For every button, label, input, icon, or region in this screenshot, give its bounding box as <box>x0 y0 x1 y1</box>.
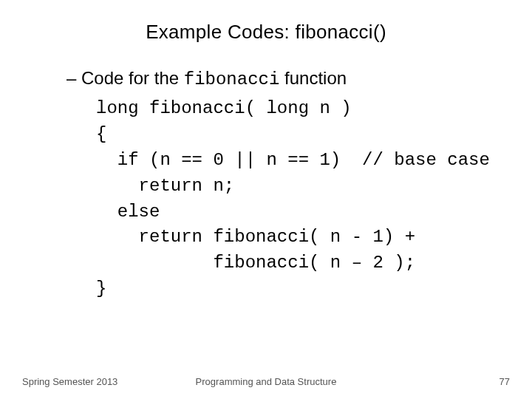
slide-title: Example Codes: fibonacci() <box>0 21 532 44</box>
bullet-line: – Code for the fibonacci function <box>66 66 502 92</box>
slide: Example Codes: fibonacci() – Code for th… <box>0 0 532 399</box>
footer: Spring Semester 2013 Programming and Dat… <box>0 372 532 387</box>
footer-page-number: 77 <box>499 376 510 387</box>
bullet-text: Code for the fibonacci function <box>81 66 347 92</box>
bullet-post: function <box>279 68 347 88</box>
bullet-pre: Code for the <box>81 68 184 88</box>
code-block: long fibonacci( long n ) { if (n == 0 ||… <box>96 96 502 301</box>
bullet-mono: fibonacci <box>184 69 280 89</box>
bullet-dash: – <box>66 66 81 90</box>
slide-body: – Code for the fibonacci function long f… <box>66 66 502 302</box>
footer-center: Programming and Data Structure <box>0 376 532 387</box>
